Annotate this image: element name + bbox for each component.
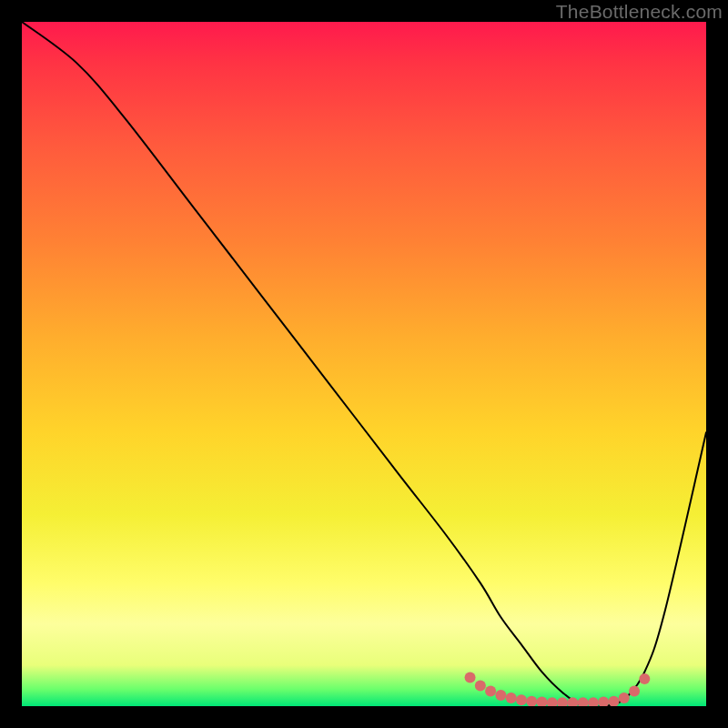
valley-marker	[578, 697, 589, 706]
valley-marker	[516, 694, 527, 705]
chart-svg	[22, 22, 706, 706]
valley-marker	[485, 685, 496, 696]
valley-marker	[547, 697, 558, 706]
valley-marker	[495, 690, 506, 701]
valley-marker	[588, 697, 599, 706]
valley-marker	[537, 696, 548, 706]
valley-marker	[619, 693, 630, 703]
valley-marker	[608, 696, 619, 706]
valley-marker	[557, 697, 568, 706]
valley-marker	[629, 685, 640, 696]
bottleneck-curve	[22, 22, 706, 706]
valley-marker	[598, 696, 609, 706]
watermark-text: TheBottleneck.com	[556, 1, 723, 23]
valley-marker	[506, 693, 517, 703]
valley-marker	[526, 696, 537, 706]
curve-layer	[22, 22, 706, 706]
chart-frame	[22, 22, 706, 706]
valley-marker	[465, 672, 476, 682]
valley-marker	[475, 680, 486, 691]
valley-marker	[639, 673, 650, 684]
